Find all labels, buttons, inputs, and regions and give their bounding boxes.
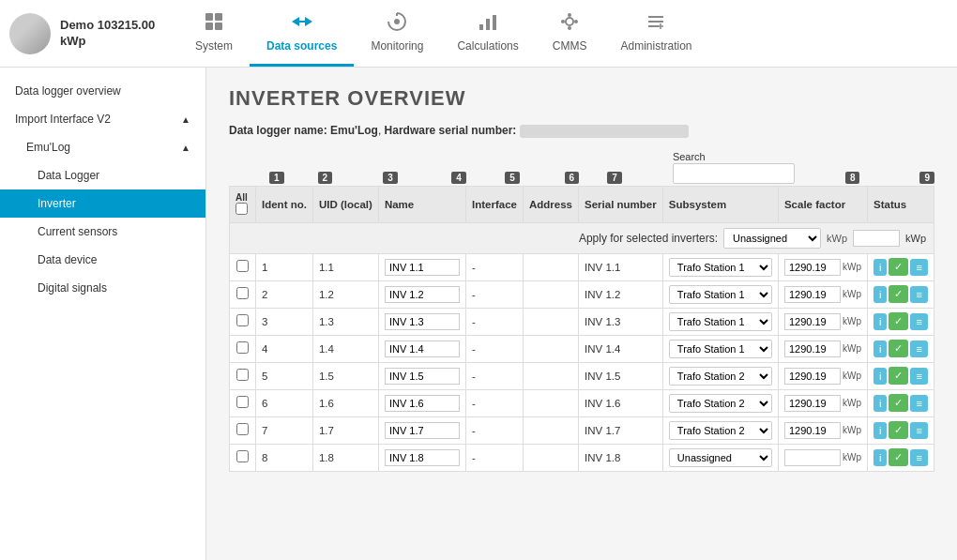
search-input[interactable] (673, 163, 795, 184)
row-checkbox-5[interactable] (236, 369, 249, 381)
row-uid-8[interactable]: 1.8 (312, 444, 378, 471)
row-uid-5[interactable]: 1.5 (312, 362, 378, 389)
row-subsystem-select-5[interactable]: Trafo Station 1 Trafo Station 2 Unassign… (669, 367, 772, 386)
sidebar-item-import-interface-v2[interactable]: Import Interface V2 ▲ (0, 105, 205, 133)
row-info-btn-7[interactable]: i (873, 422, 887, 439)
row-ident-2: 2 (256, 280, 313, 308)
row-name-input-7[interactable] (385, 422, 460, 439)
row-uid-7[interactable]: 1.7 (312, 416, 378, 444)
apply-select[interactable]: Unassigned Trafo Station 1 Trafo Station… (723, 228, 821, 249)
datalogger-label: Data logger name: (229, 124, 327, 137)
nav-item-administration[interactable]: Administration (603, 0, 708, 67)
nav-item-data-sources[interactable]: Data sources (250, 0, 354, 67)
row-serial-6: INV 1.6 (579, 389, 663, 416)
row-info-btn-8[interactable]: i (873, 449, 887, 466)
chevron-up-icon-2: ▲ (181, 143, 190, 153)
row-name-input-5[interactable] (385, 368, 460, 385)
row-info-btn-1[interactable]: i (873, 259, 887, 276)
row-uid-3[interactable]: 1.3 (312, 308, 378, 335)
row-menu-btn-8[interactable]: ≡ (910, 449, 927, 466)
row-subsystem-select-6[interactable]: Trafo Station 1 Trafo Station 2 Unassign… (669, 394, 772, 413)
row-subsystem-select-2[interactable]: Trafo Station 1 Trafo Station 2 Unassign… (669, 285, 772, 304)
svg-rect-2 (205, 23, 213, 30)
row-scale-input-4[interactable] (784, 341, 841, 357)
row-scale-input-8[interactable] (784, 449, 841, 466)
row-scale-input-3[interactable] (784, 313, 841, 330)
row-name-input-8[interactable] (385, 449, 460, 466)
row-check-btn-4[interactable]: ✓ (889, 340, 908, 357)
svg-point-10 (566, 18, 573, 25)
row-info-btn-3[interactable]: i (873, 313, 887, 330)
logo-avatar (9, 13, 51, 54)
table-row: 5 1.5 - INV 1.5 Trafo Station 1 Trafo St… (230, 362, 934, 389)
row-kwp-5: kWp (843, 371, 861, 381)
row-subsystem-cell-5: Trafo Station 1 Trafo Station 2 Unassign… (662, 362, 778, 389)
row-name-input-6[interactable] (385, 395, 460, 412)
row-check-btn-7[interactable]: ✓ (889, 421, 908, 439)
row-name-input-3[interactable] (385, 313, 460, 330)
row-scale-input-2[interactable] (784, 286, 841, 303)
row-check-btn-8[interactable]: ✓ (889, 448, 908, 466)
row-menu-btn-3[interactable]: ≡ (910, 313, 927, 330)
row-menu-btn-5[interactable]: ≡ (910, 368, 927, 385)
sidebar-item-inverter[interactable]: Inverter (0, 189, 205, 218)
row-ident-6: 6 (256, 389, 313, 416)
nav-item-calculations[interactable]: Calculations (440, 0, 535, 67)
row-menu-btn-1[interactable]: ≡ (910, 259, 927, 276)
row-checkbox-1[interactable] (236, 260, 249, 272)
svg-point-12 (568, 26, 571, 30)
row-subsystem-select-7[interactable]: Trafo Station 1 Trafo Station 2 Unassign… (669, 421, 772, 440)
row-check-btn-3[interactable]: ✓ (889, 312, 908, 330)
row-name-cell-3 (378, 308, 465, 335)
row-scale-input-1[interactable] (784, 259, 841, 276)
row-menu-btn-2[interactable]: ≡ (910, 286, 927, 303)
row-scale-input-6[interactable] (784, 395, 841, 412)
row-menu-btn-4[interactable]: ≡ (910, 341, 927, 357)
row-checkbox-2[interactable] (236, 287, 249, 299)
sidebar-item-current-sensors[interactable]: Current sensors (0, 218, 205, 246)
row-scale-input-7[interactable] (784, 422, 841, 439)
row-info-btn-2[interactable]: i (873, 286, 887, 303)
apply-scale-input[interactable] (853, 230, 900, 247)
row-menu-btn-7[interactable]: ≡ (910, 422, 927, 439)
layout: Data logger overview Import Interface V2… (0, 68, 957, 560)
all-label: All (235, 192, 250, 203)
row-name-input-2[interactable] (385, 286, 460, 303)
row-checkbox-7[interactable] (236, 423, 249, 435)
col-header-ident: Ident no. (256, 186, 313, 222)
row-uid-1[interactable]: 1.1 (312, 253, 378, 280)
nav-item-system[interactable]: System (178, 0, 250, 67)
row-uid-6[interactable]: 1.6 (312, 389, 378, 416)
sidebar-item-digital-signals[interactable]: Digital signals (0, 274, 205, 302)
row-check-btn-5[interactable]: ✓ (889, 367, 908, 385)
row-info-btn-5[interactable]: i (873, 368, 887, 385)
row-info-btn-4[interactable]: i (873, 341, 887, 357)
row-check-btn-2[interactable]: ✓ (889, 285, 908, 303)
row-checkbox-4[interactable] (236, 341, 249, 354)
row-scale-input-5[interactable] (784, 368, 841, 385)
row-checkbox-3[interactable] (236, 314, 249, 326)
row-kwp-6: kWp (843, 398, 861, 408)
row-subsystem-select-4[interactable]: Trafo Station 1 Trafo Station 2 Unassign… (669, 340, 772, 358)
row-subsystem-select-1[interactable]: Trafo Station 1 Trafo Station 2 Unassign… (669, 258, 772, 277)
row-checkbox-8[interactable] (236, 450, 249, 462)
row-check-btn-1[interactable]: ✓ (889, 258, 908, 276)
row-subsystem-select-3[interactable]: Trafo Station 1 Trafo Station 2 Unassign… (669, 312, 772, 331)
row-menu-btn-6[interactable]: ≡ (910, 395, 927, 412)
sidebar-item-emulog[interactable]: Emu'Log ▲ (0, 133, 205, 161)
sidebar-item-data-device[interactable]: Data device (0, 246, 205, 274)
select-all-checkbox[interactable] (235, 203, 248, 215)
nav-item-cmms[interactable]: CMMS (536, 0, 604, 67)
row-subsystem-select-8[interactable]: Trafo Station 1 Trafo Station 2 Unassign… (669, 448, 772, 467)
sidebar-item-data-logger-overview[interactable]: Data logger overview (0, 77, 205, 105)
sidebar-item-data-logger[interactable]: Data Logger (0, 161, 205, 189)
nav-item-monitoring[interactable]: Monitoring (354, 0, 440, 67)
row-uid-4[interactable]: 1.4 (312, 335, 378, 362)
row-checkbox-6[interactable] (236, 396, 249, 408)
row-uid-2[interactable]: 1.2 (312, 280, 378, 308)
row-name-input-4[interactable] (385, 341, 460, 357)
row-name-input-1[interactable] (385, 259, 460, 276)
row-info-btn-6[interactable]: i (873, 395, 887, 412)
row-check-btn-6[interactable]: ✓ (889, 394, 908, 412)
kwp-label: kWp (827, 233, 847, 244)
